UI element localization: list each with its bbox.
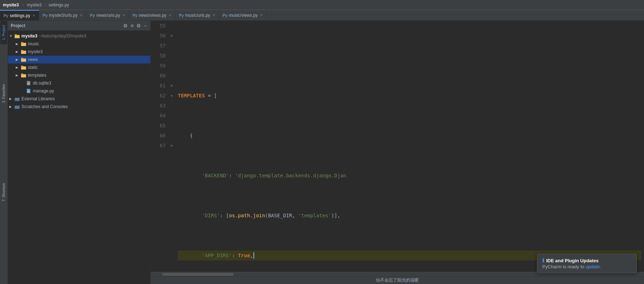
tree-item-static[interactable]: ▶ static: [8, 64, 150, 71]
code-token: : [: [220, 211, 229, 220]
fold-61[interactable]: ▼: [168, 81, 175, 91]
code-line-59: 'DIRS' : [ os.path.join ( BASE_DIR , 'te…: [178, 211, 641, 220]
tree-arrow-news: ▶: [16, 58, 21, 61]
file-icon-db: DB: [26, 81, 31, 86]
tree-label-mysite3sub: mysite3: [28, 49, 42, 54]
fold-gutter: ▼ ▼ ▼ ▼: [168, 21, 175, 272]
tab-close-newsurls[interactable]: ✕: [122, 13, 125, 17]
code-token: os.path.join: [229, 211, 265, 220]
code-line-58: 'BACKEND' : 'django.template.backends.dj…: [178, 171, 641, 181]
tab-icon-mysite3urls: Py: [43, 13, 47, 17]
tab-music-urls[interactable]: Py music/urls.py ✕: [175, 10, 219, 21]
code-token: 'BACKEND': [202, 171, 229, 181]
tab-label-settings: settings.py: [10, 13, 30, 18]
tab-label-newsviews: news/views.py: [139, 13, 166, 18]
tab-close-newsviews[interactable]: ✕: [168, 13, 171, 17]
tree-item-mysite3-sub[interactable]: ▶ mysite3: [8, 48, 150, 56]
tab-close-musicurls[interactable]: ✕: [212, 13, 215, 17]
tab-mysite3-urls[interactable]: Py mysite3/urls.py ✕: [39, 10, 87, 21]
svg-text:DB: DB: [27, 82, 30, 85]
folder-icon-news: [21, 57, 26, 62]
tab-label-musicviews: music/views.py: [229, 13, 258, 18]
code-content[interactable]: TEMPLATES = [ { 'BACKEND' : 'django.temp…: [175, 21, 644, 272]
cursor: [253, 252, 254, 259]
notif-body: PyCharm is ready to update.: [542, 264, 632, 269]
code-token: 'templates': [298, 211, 331, 220]
tab-close-settings[interactable]: ✕: [32, 14, 35, 17]
tree-arrow-scratches: ▶: [9, 105, 14, 108]
code-indent: [178, 131, 190, 141]
tree-arrow-root: ▼: [9, 34, 14, 38]
code-line-57: {: [178, 131, 641, 141]
fold-56[interactable]: ▼: [168, 31, 175, 41]
tab-news-views[interactable]: Py news/views.py ✕: [129, 10, 176, 21]
tree-item-db[interactable]: ▶ DB db.sqlite3: [8, 79, 150, 87]
line-numbers: 55 56 57 58 59 60 61 62 63 64 65 66 67: [151, 21, 168, 272]
tree-label-db: db.sqlite3: [33, 81, 51, 86]
code-editor[interactable]: 55 56 57 58 59 60 61 62 63 64 65 66 67 ▼: [151, 21, 644, 272]
svg-rect-5: [21, 50, 23, 51]
code-line-55: [178, 51, 641, 61]
code-token: 'APP_DIRS': [202, 250, 232, 260]
tree-arrow-mysite3sub: ▶: [16, 50, 21, 54]
code-token: (: [265, 211, 268, 220]
tree-label-scratches: Scratches and Consoles: [21, 104, 68, 109]
folder-icon-root: [14, 34, 20, 39]
tree-path-root: ~/tedu/vip/day03/mysite3: [39, 34, 86, 39]
tab-label-newsurls: news/urls.py: [96, 13, 120, 18]
title-breadcrumb1: mysite3: [27, 2, 41, 7]
fold-62[interactable]: ▼: [168, 91, 175, 101]
tab-structure-strip[interactable]: 7: Structure: [0, 179, 7, 206]
tree-item-news[interactable]: ▶ news: [8, 56, 150, 64]
tab-project-strip[interactable]: 1: Project: [0, 21, 7, 44]
tree-item-music[interactable]: ▶ music: [8, 40, 150, 48]
panel-action-minus[interactable]: −: [143, 23, 147, 29]
fold-67[interactable]: ▼: [168, 141, 175, 151]
file-icon-manage: Py: [26, 88, 31, 93]
tree-item-templates[interactable]: ▶ templates: [8, 71, 150, 79]
fold-66: [168, 131, 175, 141]
tree-label-music: music: [28, 41, 39, 46]
tab-label-musicurls: music/urls.py: [185, 13, 210, 18]
panel-action-settings[interactable]: ⚙: [122, 23, 129, 29]
tree-arrow-music: ▶: [16, 42, 21, 46]
folder-icon-music: [21, 41, 26, 46]
status-bar: 仙不会忘了阳光的温暖: [151, 276, 644, 284]
title-breadcrumb2: settings.py: [49, 2, 69, 7]
tree-arrow-static: ▶: [16, 66, 21, 69]
file-tree: ▼ mysite3 ~/tedu/vip/day03/mysite3 ▶ mus…: [8, 31, 150, 284]
folder-icon-static: [21, 65, 26, 70]
code-indent: [178, 171, 202, 181]
notif-title-text: IDE and Plugin Updates: [546, 258, 599, 263]
tree-label-extlibs: External Libraries: [21, 96, 55, 101]
code-token: {: [190, 131, 193, 141]
panel-action-gear2[interactable]: ⚙: [136, 23, 142, 29]
notif-update-link[interactable]: update.: [585, 264, 601, 269]
svg-rect-11: [21, 73, 23, 75]
code-indent: [178, 250, 202, 260]
tab-close-musicviews[interactable]: ✕: [260, 13, 263, 17]
tree-arrow-extlibs: ▶: [9, 97, 14, 101]
tab-close-mysite3urls[interactable]: ✕: [80, 13, 82, 17]
scrollbar-thumb[interactable]: [162, 273, 233, 276]
tab-icon-newsviews: Py: [133, 13, 137, 17]
code-token: :: [229, 171, 235, 181]
tab-news-urls[interactable]: Py news/urls.py ✕: [86, 10, 129, 21]
tab-label-mysite3urls: mysite3/urls.py: [49, 13, 77, 18]
tree-item-scratches[interactable]: ▶ Scratches and Consoles: [8, 103, 150, 111]
panel-action-gear[interactable]: ≡: [130, 23, 134, 29]
code-token: [: [214, 91, 217, 101]
tab-music-views[interactable]: Py music/views.py ✕: [219, 10, 267, 21]
svg-rect-3: [21, 42, 23, 44]
code-token: 'DIRS': [202, 211, 220, 220]
tab-favorites-strip[interactable]: 2: Favorites: [0, 80, 7, 107]
notif-body-text: PyCharm is ready to: [542, 264, 585, 269]
tree-item-manage[interactable]: ▶ Py manage.py: [8, 87, 150, 95]
tree-item-root[interactable]: ▼ mysite3 ~/tedu/vip/day03/mysite3: [8, 32, 150, 40]
svg-text:Py: Py: [27, 90, 30, 93]
tree-item-ext-libs[interactable]: ▶ External Libraries: [8, 95, 150, 103]
code-token: TEMPLATES: [178, 91, 205, 101]
svg-rect-9: [21, 66, 23, 67]
tab-icon-musicviews: Py: [223, 13, 227, 17]
tab-settings-py[interactable]: Py settings.py ✕: [0, 10, 39, 21]
